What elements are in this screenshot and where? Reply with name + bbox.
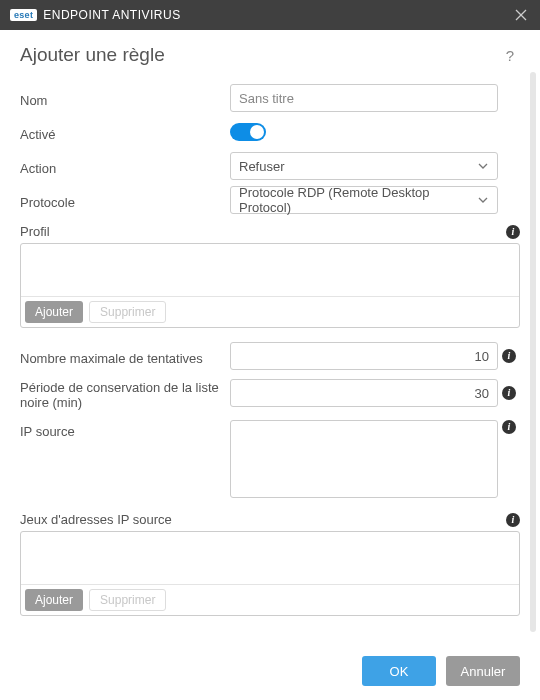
protocol-selected-value: Protocole RDP (Remote Desktop Protocol) xyxy=(239,185,477,215)
ip-source-label: IP source xyxy=(20,420,230,439)
chevron-down-icon xyxy=(477,160,489,172)
help-icon[interactable]: ? xyxy=(506,47,520,64)
ip-sets-remove-button: Supprimer xyxy=(89,589,166,611)
profile-listbox[interactable]: Ajouter Supprimer xyxy=(20,243,520,328)
info-icon[interactable] xyxy=(502,386,516,400)
enabled-toggle[interactable] xyxy=(230,123,266,141)
profile-add-button[interactable]: Ajouter xyxy=(25,301,83,323)
dialog-footer: OK Annuler xyxy=(0,644,540,700)
max-attempts-input[interactable] xyxy=(230,342,498,370)
blacklist-period-label: Période de conservation de la liste noir… xyxy=(20,376,230,410)
app-title: ENDPOINT ANTIVIRUS xyxy=(43,8,180,22)
info-icon[interactable] xyxy=(502,420,516,434)
info-icon[interactable] xyxy=(506,513,520,527)
blacklist-period-input[interactable] xyxy=(230,379,498,407)
brand-badge: eset xyxy=(10,9,37,21)
protocol-label: Protocole xyxy=(20,191,230,210)
enabled-label: Activé xyxy=(20,123,230,142)
action-select[interactable]: Refuser xyxy=(230,152,498,180)
info-icon[interactable] xyxy=(502,349,516,363)
action-label: Action xyxy=(20,157,230,176)
ip-sets-add-button[interactable]: Ajouter xyxy=(25,589,83,611)
ip-sets-label: Jeux d'adresses IP source xyxy=(20,512,172,527)
chevron-down-icon xyxy=(477,194,489,206)
ip-source-input[interactable] xyxy=(230,420,498,498)
profile-remove-button: Supprimer xyxy=(89,301,166,323)
info-icon[interactable] xyxy=(506,225,520,239)
max-attempts-label: Nombre maximale de tentatives xyxy=(20,347,230,366)
protocol-select[interactable]: Protocole RDP (Remote Desktop Protocol) xyxy=(230,186,498,214)
cancel-button[interactable]: Annuler xyxy=(446,656,520,686)
name-input[interactable] xyxy=(230,84,498,112)
ip-sets-listbox[interactable]: Ajouter Supprimer xyxy=(20,531,520,616)
name-label: Nom xyxy=(20,89,230,108)
close-icon[interactable] xyxy=(512,6,530,24)
scrollbar[interactable] xyxy=(530,72,536,632)
action-selected-value: Refuser xyxy=(239,159,285,174)
form-content: Nom Activé Action Refuser xyxy=(0,74,540,674)
profile-label: Profil xyxy=(20,224,50,239)
titlebar: eset ENDPOINT ANTIVIRUS xyxy=(0,0,540,30)
page-title: Ajouter une règle xyxy=(20,44,165,66)
ok-button[interactable]: OK xyxy=(362,656,436,686)
